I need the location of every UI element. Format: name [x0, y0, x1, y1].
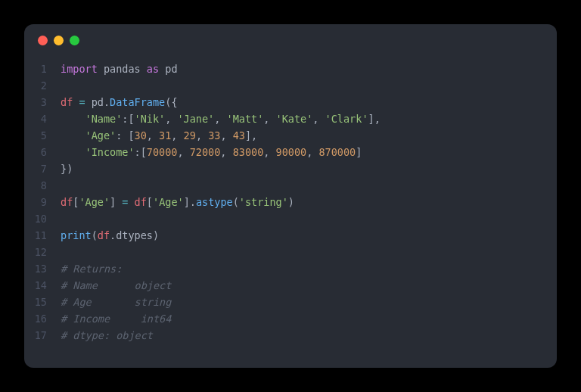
code-window: 1import pandas as pd23df = pd.DataFrame(… [24, 24, 557, 368]
token: 83000 [233, 146, 264, 158]
code-content: # dtype: object [61, 327, 153, 344]
token [85, 96, 92, 108]
token: # Age string [61, 296, 171, 308]
token [128, 196, 134, 208]
token: print [61, 229, 92, 241]
token: # Returns: [61, 263, 122, 275]
token: ]. [184, 196, 196, 208]
token [141, 63, 147, 75]
code-line: 8 [24, 177, 557, 194]
code-line: 4 'Name':['Nik', 'Jane', 'Matt', 'Kate',… [24, 110, 557, 127]
token: 33 [208, 129, 220, 142]
token: , [147, 129, 159, 142]
token: 31 [159, 129, 171, 142]
token: 'string' [239, 196, 288, 208]
code-line: 1import pandas as pd [24, 61, 557, 77]
token: astype [196, 196, 233, 208]
token: , [196, 129, 208, 142]
code-line: 14# Name object [24, 277, 557, 294]
token: pandas [104, 63, 141, 75]
token: DataFrame [110, 96, 165, 108]
token [61, 146, 85, 158]
token: , [312, 113, 325, 125]
token: # Name object [61, 279, 171, 291]
token: 43 [233, 129, 245, 142]
code-line: 2 [24, 77, 557, 94]
token: # dtype: object [61, 329, 153, 341]
code-line: 11print(df.dtypes) [24, 227, 557, 244]
token: ] [110, 196, 122, 208]
line-number: 5 [24, 127, 61, 144]
token: import [61, 63, 98, 75]
code-content: # Age string [61, 294, 171, 310]
token: = [79, 96, 85, 108]
token: 'Age' [79, 196, 110, 208]
token: # Income int64 [61, 313, 171, 325]
minimize-icon[interactable] [54, 36, 64, 45]
token: ) [153, 229, 159, 241]
token: pd [165, 63, 177, 75]
token: ) [288, 196, 294, 208]
line-number: 10 [24, 210, 61, 227]
close-icon[interactable] [38, 36, 48, 45]
token: :[ [135, 146, 147, 158]
token: 70000 [147, 146, 178, 158]
code-content: }) [61, 160, 73, 177]
token: . [110, 229, 116, 241]
token: pd [92, 96, 104, 108]
line-number: 11 [24, 227, 61, 244]
token: dtypes [116, 229, 153, 241]
token: df [61, 196, 73, 208]
code-area: 1import pandas as pd23df = pd.DataFrame(… [24, 56, 557, 354]
token: 'Nik' [135, 113, 166, 125]
token: 'Age' [153, 196, 184, 208]
token: , [306, 146, 318, 158]
token: 29 [184, 129, 196, 142]
maximize-icon[interactable] [70, 36, 79, 45]
token: : [ [116, 129, 134, 142]
token: . [104, 96, 110, 108]
token: df [135, 196, 147, 208]
code-line: 10 [24, 210, 557, 227]
code-line: 13# Returns: [24, 260, 557, 277]
token: , [177, 146, 189, 158]
token [61, 113, 85, 125]
code-content: df = pd.DataFrame({ [61, 94, 178, 110]
token: as [147, 63, 159, 75]
code-line: 17# dtype: object [24, 327, 557, 344]
token: , [263, 146, 275, 158]
line-number: 17 [24, 327, 61, 344]
token: , [220, 146, 232, 158]
code-line: 9df['Age'] = df['Age'].astype('string') [24, 194, 557, 210]
token: 90000 [276, 146, 307, 158]
token: ], [368, 113, 381, 125]
line-number: 7 [24, 160, 61, 177]
line-number: 16 [24, 310, 61, 327]
code-content: import pandas as pd [61, 61, 178, 77]
token: 'Jane' [177, 113, 214, 125]
line-number: 9 [24, 194, 61, 210]
line-number: 1 [24, 61, 61, 77]
window-titlebar [24, 24, 557, 56]
code-content: # Income int64 [61, 310, 171, 327]
token: df [61, 96, 73, 108]
line-number: 15 [24, 294, 61, 310]
line-number: 6 [24, 144, 61, 160]
token: [ [147, 196, 153, 208]
code-content: print(df.dtypes) [61, 227, 159, 244]
token: ], [245, 129, 257, 142]
line-number: 2 [24, 77, 61, 94]
code-line: 3df = pd.DataFrame({ [24, 94, 557, 110]
code-content: 'Income':[70000, 72000, 83000, 90000, 87… [61, 144, 362, 160]
line-number: 8 [24, 177, 61, 194]
line-number: 14 [24, 277, 61, 294]
token: 'Clark' [325, 113, 368, 125]
token: ] [356, 146, 362, 158]
token: 'Matt' [227, 113, 264, 125]
token: ( [233, 196, 239, 208]
line-number: 13 [24, 260, 61, 277]
token: , [220, 129, 232, 142]
code-line: 15# Age string [24, 294, 557, 310]
code-content: df['Age'] = df['Age'].astype('string') [61, 194, 294, 210]
code-line: 6 'Income':[70000, 72000, 83000, 90000, … [24, 144, 557, 160]
